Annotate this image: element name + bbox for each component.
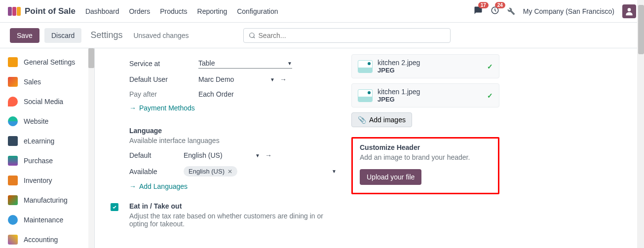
sidebar-item-manufacturing[interactable]: Manufacturing	[0, 190, 94, 210]
sales-icon	[8, 77, 18, 87]
tool-icon	[8, 215, 18, 225]
pay-after-label: Pay after	[129, 90, 198, 98]
heart-icon	[8, 97, 18, 106]
customize-desc: Add an image to brand your header.	[360, 153, 491, 161]
file-name: kitchen 2.jpeg	[378, 59, 482, 67]
sidebar-label: Maintenance	[24, 216, 63, 224]
external-link-icon[interactable]: →	[280, 75, 287, 83]
sidebar-item-purchase[interactable]: Purchase	[0, 151, 94, 171]
settings-sidebar: General Settings Sales Social Media Webs…	[0, 48, 95, 248]
tools-icon[interactable]	[507, 7, 515, 15]
globe-icon	[8, 116, 18, 126]
sidebar-label: Accounting	[24, 236, 58, 244]
add-images-button[interactable]: 📎 Add images	[351, 112, 412, 127]
settings-content: Service at Table ▼ Default User Marc Dem…	[95, 48, 644, 248]
service-at-value: Table	[198, 59, 215, 67]
activity-icon[interactable]: 24	[491, 6, 499, 16]
sidebar-label: Manufacturing	[24, 196, 68, 204]
file-type: JPEG	[378, 96, 482, 103]
file-item[interactable]: kitchen 1.jpeg JPEG ✓	[351, 83, 499, 107]
customize-title: Customize Header	[360, 143, 491, 151]
language-desc: Available interface languages	[129, 137, 337, 144]
external-link-icon[interactable]: →	[265, 151, 272, 159]
sidebar-item-general[interactable]: General Settings	[0, 52, 94, 72]
image-thumb-icon	[358, 60, 373, 73]
chevron-down-icon: ▼	[255, 153, 260, 158]
nav-reporting[interactable]: Reporting	[197, 7, 227, 15]
messages-badge: 17	[478, 2, 489, 8]
upload-file-button[interactable]: Upload your file	[360, 169, 421, 185]
chevron-down-icon: ▼	[287, 61, 292, 66]
sidebar-label: Website	[24, 117, 48, 125]
payment-methods-link[interactable]: → Payment Methods	[129, 104, 195, 112]
page-title: Settings	[90, 30, 122, 40]
wrench-icon	[8, 195, 18, 205]
file-item[interactable]: kitchen 2.jpeg JPEG ✓	[351, 54, 499, 78]
sidebar-item-maintenance[interactable]: Maintenance	[0, 210, 94, 230]
sidebar-scrollbar[interactable]	[88, 48, 94, 248]
paperclip-icon: 📎	[358, 116, 366, 124]
sidebar-item-sales[interactable]: Sales	[0, 72, 94, 92]
sidebar-label: General Settings	[24, 58, 75, 66]
svg-point-1	[628, 8, 631, 11]
logo-icon	[8, 7, 21, 16]
eatin-desc: Adjust the tax rate based on whether cus…	[129, 212, 327, 228]
search-box[interactable]	[243, 28, 451, 43]
pay-after-value: Each Order	[198, 90, 234, 98]
top-navbar: Point of Sale Dashboard Orders Products …	[0, 0, 644, 23]
chart-icon	[8, 235, 18, 245]
arrow-right-icon: →	[129, 104, 136, 112]
file-type: JPEG	[378, 67, 482, 74]
default-lang-value: English (US)	[184, 151, 223, 159]
nav-orders[interactable]: Orders	[129, 7, 150, 15]
remove-tag-icon[interactable]: ✕	[227, 168, 232, 175]
image-thumb-icon	[358, 89, 373, 102]
sidebar-item-inventory[interactable]: Inventory	[0, 171, 94, 190]
search-input[interactable]	[259, 32, 445, 39]
check-icon: ✓	[487, 63, 493, 71]
nav-dashboard[interactable]: Dashboard	[85, 7, 119, 15]
add-languages-link[interactable]: → Add Languages	[129, 182, 188, 190]
default-lang-label: Default	[129, 151, 184, 159]
file-name: kitchen 1.jpeg	[378, 88, 482, 96]
sidebar-item-accounting[interactable]: Accounting	[0, 230, 94, 248]
default-user-value: Marc Demo	[198, 75, 234, 83]
box-icon	[8, 176, 18, 185]
chevron-down-icon[interactable]: ▼	[332, 169, 337, 174]
search-icon	[249, 32, 256, 39]
nav-products[interactable]: Products	[160, 7, 187, 15]
user-avatar[interactable]	[622, 4, 636, 18]
default-lang-select[interactable]: English (US) ▼	[184, 150, 260, 160]
sidebar-label: eLearning	[24, 137, 54, 145]
chevron-down-icon: ▼	[270, 77, 275, 82]
lang-tag[interactable]: English (US) ✕	[184, 166, 237, 177]
svg-point-2	[249, 33, 254, 37]
default-user-select[interactable]: Marc Demo ▼	[198, 74, 275, 84]
sidebar-label: Purchase	[24, 157, 53, 165]
unsaved-indicator: Unsaved changes	[133, 32, 189, 39]
graduation-icon	[8, 136, 18, 146]
sidebar-item-elearning[interactable]: eLearning	[0, 131, 94, 151]
nav-configuration[interactable]: Configuration	[237, 7, 278, 15]
service-at-label: Service at	[129, 60, 198, 68]
available-lang-label: Available	[129, 168, 184, 176]
sidebar-item-website[interactable]: Website	[0, 111, 94, 131]
save-button[interactable]: Save	[10, 28, 39, 43]
messages-icon[interactable]: 17	[474, 6, 483, 16]
language-title: Language	[129, 127, 337, 135]
gear-icon	[8, 57, 18, 67]
nav-links: Dashboard Orders Products Reporting Conf…	[85, 7, 278, 15]
customize-header-panel: Customize Header Add an image to brand y…	[351, 137, 499, 194]
service-at-select[interactable]: Table ▼	[198, 58, 292, 69]
discard-button[interactable]: Discard	[44, 28, 81, 43]
eatin-title: Eat in / Take out	[129, 202, 337, 210]
action-bar: Save Discard Settings Unsaved changes	[0, 23, 644, 48]
eatin-checkbox[interactable]	[111, 203, 118, 211]
sidebar-label: Inventory	[24, 177, 52, 184]
default-user-label: Default User	[129, 75, 198, 83]
app-logo[interactable]: Point of Sale	[8, 6, 76, 16]
sidebar-item-social[interactable]: Social Media	[0, 92, 94, 111]
purchase-icon	[8, 156, 18, 166]
page-scrollbar[interactable]	[637, 0, 644, 248]
company-selector[interactable]: My Company (San Francisco)	[523, 7, 614, 15]
